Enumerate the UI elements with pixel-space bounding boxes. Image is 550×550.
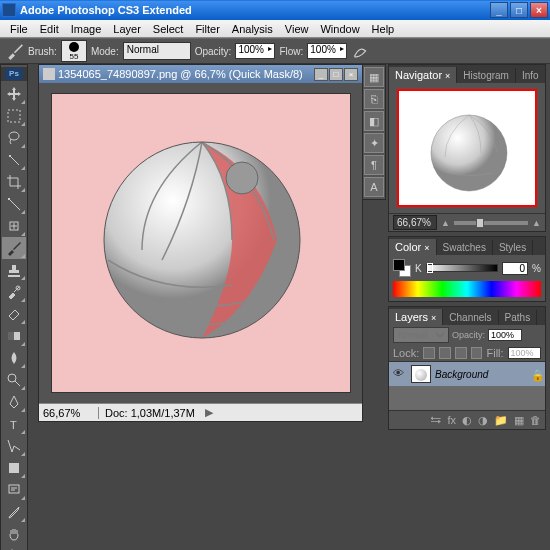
- link-layers-icon[interactable]: ⮀: [430, 414, 441, 426]
- crop-tool[interactable]: [2, 171, 26, 193]
- maximize-button[interactable]: □: [510, 2, 528, 18]
- opacity-input[interactable]: 100%: [235, 43, 275, 59]
- layer-list: 👁 Background 🔒: [389, 361, 545, 411]
- new-layer-icon[interactable]: ▦: [514, 414, 524, 427]
- lasso-tool[interactable]: [2, 127, 26, 149]
- layer-mask-icon[interactable]: ◐: [462, 414, 472, 427]
- tab-channels[interactable]: Channels: [443, 310, 498, 325]
- toolbox-header[interactable]: Ps: [1, 67, 27, 81]
- layer-opacity-input[interactable]: 100%: [488, 329, 522, 341]
- flow-input[interactable]: 100%: [307, 43, 347, 59]
- tab-paths[interactable]: Paths: [499, 310, 538, 325]
- zoom-out-icon[interactable]: ▲: [441, 218, 450, 228]
- dock-icon-6[interactable]: A: [364, 177, 384, 197]
- stamp-tool[interactable]: [2, 259, 26, 281]
- status-zoom[interactable]: 66,67%: [39, 407, 99, 419]
- adjustment-layer-icon[interactable]: ◑: [478, 414, 488, 427]
- status-docsize[interactable]: Doc: 1,03M/1,37M: [99, 407, 201, 419]
- lock-transparent-icon[interactable]: [423, 347, 435, 359]
- minimize-button[interactable]: _: [490, 2, 508, 18]
- document-title: 1354065_74890897.png @ 66,7% (Quick Mask…: [58, 68, 314, 80]
- menu-analysis[interactable]: Analysis: [226, 21, 279, 37]
- dock-icon-1[interactable]: ▦: [364, 67, 384, 87]
- navigator-thumbnail[interactable]: [397, 89, 537, 207]
- wand-tool[interactable]: [2, 149, 26, 171]
- color-slider[interactable]: [426, 264, 498, 272]
- close-button[interactable]: ×: [530, 2, 548, 18]
- layer-name[interactable]: Background: [435, 369, 527, 380]
- blend-mode-select[interactable]: Normal: [123, 42, 191, 60]
- tab-color[interactable]: Color×: [389, 239, 437, 255]
- new-group-icon[interactable]: 📁: [494, 414, 508, 427]
- layer-fill-input[interactable]: 100%: [508, 347, 541, 359]
- dock-icon-5[interactable]: ¶: [364, 155, 384, 175]
- path-tool[interactable]: [2, 435, 26, 457]
- doc-minimize-button[interactable]: _: [314, 68, 328, 81]
- canvas[interactable]: [51, 93, 351, 393]
- tab-histogram[interactable]: Histogram: [457, 68, 516, 83]
- layer-fx-icon[interactable]: fx: [447, 414, 456, 426]
- tab-info[interactable]: Info: [516, 68, 546, 83]
- lock-position-icon[interactable]: [455, 347, 467, 359]
- healing-tool[interactable]: [2, 215, 26, 237]
- dodge-tool[interactable]: [2, 369, 26, 391]
- airbrush-icon[interactable]: [351, 42, 369, 60]
- document-titlebar[interactable]: 1354065_74890897.png @ 66,7% (Quick Mask…: [39, 65, 362, 83]
- brush-preset-picker[interactable]: 55: [61, 40, 87, 62]
- dock-icon-2[interactable]: ⎘: [364, 89, 384, 109]
- delete-layer-icon[interactable]: 🗑: [530, 414, 541, 426]
- brush-tool[interactable]: [2, 237, 26, 259]
- tab-swatches[interactable]: Swatches: [437, 240, 493, 255]
- visibility-icon[interactable]: 👁: [393, 367, 407, 381]
- zoom-in-icon[interactable]: ▲: [532, 218, 541, 228]
- eraser-tool[interactable]: [2, 303, 26, 325]
- type-tool[interactable]: T: [2, 413, 26, 435]
- notes-tool[interactable]: [2, 479, 26, 501]
- slice-tool[interactable]: [2, 193, 26, 215]
- menu-window[interactable]: Window: [314, 21, 365, 37]
- layer-thumbnail[interactable]: [411, 365, 431, 383]
- menu-edit[interactable]: Edit: [34, 21, 65, 37]
- layer-row-background[interactable]: 👁 Background 🔒: [389, 362, 545, 386]
- navigator-zoom-input[interactable]: 66,67%: [393, 215, 437, 230]
- menu-select[interactable]: Select: [147, 21, 190, 37]
- dock-icon-3[interactable]: ◧: [364, 111, 384, 131]
- marquee-tool[interactable]: [2, 105, 26, 127]
- eyedropper-tool[interactable]: [2, 501, 26, 523]
- tab-layers[interactable]: Layers×: [389, 309, 443, 325]
- hand-tool[interactable]: [2, 523, 26, 545]
- blur-tool[interactable]: [2, 347, 26, 369]
- status-arrow-icon[interactable]: ▶: [205, 406, 213, 419]
- menu-help[interactable]: Help: [366, 21, 401, 37]
- menu-view[interactable]: View: [279, 21, 315, 37]
- brush-tool-icon[interactable]: [6, 42, 24, 60]
- history-brush-tool[interactable]: [2, 281, 26, 303]
- color-swatch-mini[interactable]: [393, 259, 411, 277]
- gradient-tool[interactable]: [2, 325, 26, 347]
- shape-tool[interactable]: [2, 457, 26, 479]
- doc-maximize-button[interactable]: □: [329, 68, 343, 81]
- lock-pixels-icon[interactable]: [439, 347, 451, 359]
- color-value-input[interactable]: 0: [502, 262, 528, 275]
- lock-all-icon[interactable]: [471, 347, 483, 359]
- move-tool[interactable]: [2, 83, 26, 105]
- fill-label: Fill:: [486, 347, 503, 359]
- color-spectrum[interactable]: [393, 281, 541, 297]
- document-status-bar: 66,67% Doc: 1,03M/1,37M ▶: [39, 403, 362, 421]
- menu-layer[interactable]: Layer: [107, 21, 147, 37]
- tab-navigator[interactable]: Navigator×: [389, 67, 457, 83]
- layer-blend-select[interactable]: Normal: [393, 327, 449, 343]
- navigator-zoom-slider[interactable]: [454, 221, 528, 225]
- app-title: Adobe Photoshop CS3 Extended: [20, 4, 490, 16]
- tab-styles[interactable]: Styles: [493, 240, 533, 255]
- menu-file[interactable]: File: [4, 21, 34, 37]
- color-panel: Color× Swatches Styles K 0 %: [388, 236, 546, 302]
- menu-image[interactable]: Image: [65, 21, 108, 37]
- svg-rect-8: [9, 463, 19, 473]
- mode-label: Mode:: [91, 46, 119, 57]
- dock-icon-4[interactable]: ✦: [364, 133, 384, 153]
- doc-close-button[interactable]: ×: [344, 68, 358, 81]
- menu-filter[interactable]: Filter: [189, 21, 225, 37]
- zoom-tool[interactable]: [2, 545, 26, 550]
- pen-tool[interactable]: [2, 391, 26, 413]
